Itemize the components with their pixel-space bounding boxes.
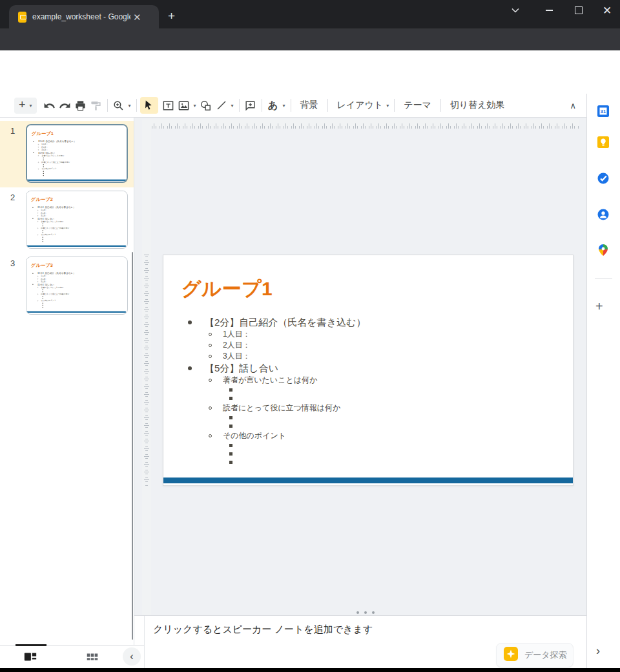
bullet-marker (43, 303, 43, 304)
insert-image-button[interactable] (176, 98, 192, 113)
theme-button[interactable]: テーマ (398, 100, 437, 111)
toolbar-divider (440, 99, 441, 112)
bullet-marker (43, 158, 44, 158)
main-slide[interactable]: グループ1【2分】自己紹介（氏名を書き込む）1人目：2人目：3人目：【5分】話し… (163, 255, 574, 486)
google-slides-window: example_worksheet - Google スラ ✕ + ✕ docs… (0, 0, 620, 672)
tasks-icon[interactable] (597, 172, 610, 185)
zoom-button[interactable] (111, 98, 127, 113)
new-slide-button[interactable]: + ▾ (14, 98, 37, 114)
calendar-icon[interactable]: 31 (597, 105, 610, 118)
bullet-marker (32, 284, 33, 285)
bullet-item (163, 441, 573, 450)
speaker-notes-panel[interactable]: クリックするとスピーカー ノートを追加できます データ探索 (134, 615, 586, 668)
bullet-item (163, 414, 573, 422)
transition-button[interactable]: 切り替え効果 (444, 100, 511, 111)
bullet-text: 読者にとって役に立つ情報は何か (41, 293, 69, 295)
bullet-marker (43, 173, 44, 174)
bullet-marker (43, 160, 44, 160)
explore-button[interactable]: データ探索 (496, 643, 574, 667)
slide-thumbnail-2[interactable]: グループ2【2分】自己紹介（氏名を書き込む）1人目：2人目：3人目：【5分】話し… (26, 191, 128, 249)
bullet-text: 著者が言いたいことは何か (223, 375, 317, 386)
app-header: example_worksheet ファイル編集表示挿入表示形式スライド配置 ▾ (0, 50, 620, 94)
bullet-marker (37, 294, 38, 295)
bullet-marker (209, 344, 212, 347)
layout-caret-icon[interactable]: ▾ (384, 103, 391, 109)
image-caret-icon[interactable]: ▾ (192, 103, 198, 109)
bullet-marker (43, 307, 43, 308)
slide-thumbnail-1[interactable]: グループ1【2分】自己紹介（氏名を書き込む）1人目：2人目：3人目：【5分】話し… (26, 124, 128, 183)
text-options-button[interactable]: あ (265, 98, 281, 113)
bullet-marker (43, 164, 44, 165)
bullet-text: 【5分】話し合い (205, 362, 278, 375)
bullet-marker (38, 147, 39, 147)
speaker-notes-placeholder[interactable]: クリックするとスピーカー ノートを追加できます (153, 624, 373, 636)
bullet-text: その他のポイント (41, 168, 57, 171)
bullet-marker (229, 397, 232, 400)
filmstrip-scrollbar[interactable] (132, 252, 133, 640)
bullet-marker (209, 406, 212, 410)
line-tool-button[interactable] (214, 98, 229, 113)
slide-bullet-list: 【2分】自己紹介（氏名を書き込む）1人目：2人目：3人目：【5分】話し合い著者が… (26, 206, 126, 242)
bullet-marker (37, 281, 38, 282)
bullet-marker (37, 210, 38, 211)
browser-tab[interactable]: example_worksheet - Google スラ ✕ (9, 5, 159, 28)
bullet-item (26, 240, 126, 242)
bullet-text: 読者にとって役に立つ情報は何か (41, 161, 70, 163)
collapse-filmstrip-chevron-icon[interactable]: ‹ (123, 647, 141, 666)
slide-accent-bar (26, 311, 126, 313)
toolbar-divider (239, 99, 240, 112)
undo-button[interactable] (42, 98, 57, 113)
select-tool-button[interactable] (140, 97, 158, 114)
window-close-button[interactable]: ✕ (598, 3, 616, 18)
horizontal-ruler (151, 120, 579, 129)
bullet-item: 著者が言いたいことは何か (163, 375, 573, 386)
bullet-marker (37, 215, 38, 216)
bullet-marker (37, 276, 38, 277)
notes-resize-handle[interactable] (356, 611, 375, 614)
bullet-item (27, 174, 127, 176)
layout-button[interactable]: レイアウト (331, 100, 385, 111)
bullet-item (163, 394, 573, 403)
text-options-caret-icon[interactable]: ▾ (281, 103, 287, 109)
paint-format-button[interactable] (88, 98, 104, 113)
tab-title: example_worksheet - Google スラ (32, 12, 130, 23)
bullet-marker (209, 355, 212, 358)
redo-button[interactable] (57, 98, 73, 113)
shape-tool-button[interactable] (198, 98, 214, 113)
bullet-text: 読者にとって役に立つ情報は何か (223, 403, 340, 414)
maps-icon[interactable] (597, 244, 610, 257)
line-caret-icon[interactable]: ▾ (229, 103, 236, 109)
bullet-marker (43, 239, 43, 240)
slide-thumbnail-3[interactable]: グループ3【2分】自己紹介（氏名を書き込む）1人目：2人目：3人目：【5分】話し… (26, 257, 128, 315)
window-profile-chevron-icon[interactable] (506, 3, 524, 18)
bullet-marker (209, 333, 212, 336)
bullet-marker (43, 171, 44, 172)
expand-side-panel-chevron-icon[interactable]: › (596, 644, 600, 658)
print-button[interactable] (73, 98, 88, 113)
contacts-icon[interactable] (597, 208, 610, 221)
tab-close-icon[interactable]: ✕ (133, 12, 141, 22)
window-maximize-button[interactable] (570, 3, 588, 18)
new-slide-caret-icon[interactable]: ▾ (28, 103, 34, 109)
insert-comment-button[interactable] (243, 98, 258, 113)
bullet-marker (43, 291, 43, 292)
bullet-marker (37, 300, 38, 301)
text-box-tool-button[interactable] (161, 98, 176, 113)
filmstrip-view-button[interactable] (23, 650, 37, 667)
slide-title: グループ1 (32, 131, 54, 137)
active-view-indicator (16, 644, 46, 646)
window-minimize-button[interactable] (540, 3, 558, 18)
bullet-marker (229, 416, 232, 419)
bullet-marker (43, 296, 43, 297)
keep-icon[interactable] (597, 136, 610, 149)
slide-thumbnail-content: グループ2【2分】自己紹介（氏名を書き込む）1人目：2人目：3人目：【5分】話し… (26, 191, 126, 247)
bullet-marker (32, 207, 33, 207)
slide-title: グループ3 (31, 262, 53, 269)
new-tab-button[interactable]: + (168, 9, 175, 23)
add-addon-button[interactable]: + (595, 299, 603, 314)
slides-favicon-icon (18, 12, 26, 23)
grid-view-button[interactable] (85, 650, 99, 667)
background-button[interactable]: 背景 (294, 100, 324, 111)
zoom-caret-icon[interactable]: ▾ (127, 103, 133, 109)
hide-menus-chevron-icon[interactable]: ∧ (570, 101, 576, 110)
